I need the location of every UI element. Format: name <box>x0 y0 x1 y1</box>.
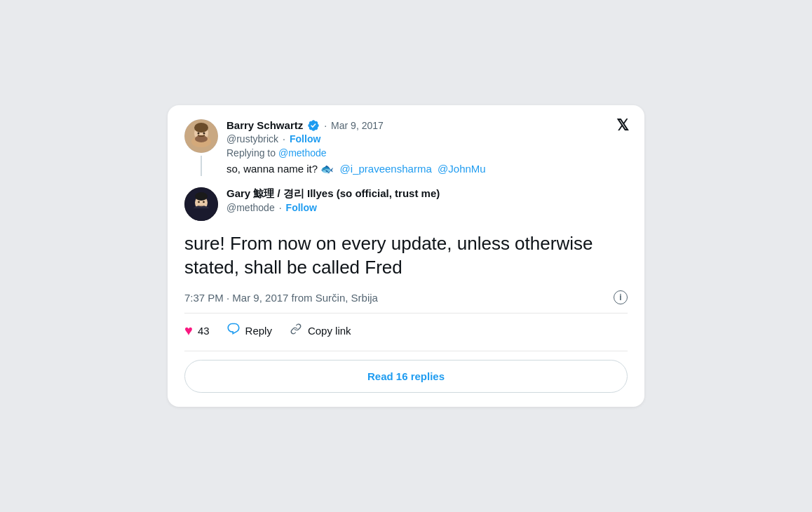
gary-follow-button[interactable]: Follow <box>286 202 317 213</box>
svg-point-12 <box>198 201 200 203</box>
barry-tweet-content: Barry Schwartz · Mar 9, 2017 @rustybrick… <box>226 119 628 176</box>
barry-verified-badge <box>307 119 320 132</box>
barry-tweet-date: Mar 9, 2017 <box>331 120 384 131</box>
gary-context: Gary 鯨理 / 경리 Illyes (so official, trust … <box>184 187 628 221</box>
copy-link-label: Copy link <box>308 325 351 337</box>
read-replies-button[interactable]: Read 16 replies <box>184 360 628 393</box>
svg-point-4 <box>194 123 208 133</box>
heart-icon: ♥ <box>184 323 193 339</box>
reply-label: Reply <box>245 325 272 337</box>
replying-to-handle[interactable]: @methode <box>278 147 327 159</box>
x-logo-icon[interactable]: 𝕏 <box>616 118 629 133</box>
barry-handle: @rustybrick <box>226 133 278 144</box>
svg-point-11 <box>195 192 208 201</box>
barry-follow-button[interactable]: Follow <box>290 133 320 144</box>
copy-link-action[interactable]: Copy link <box>289 322 351 339</box>
barry-avatar <box>184 119 218 153</box>
tweet-timestamp: 7:37 PM · Mar 9, 2017 from Surčin, Srbij… <box>184 292 378 304</box>
reply-context: Barry Schwartz · Mar 9, 2017 @rustybrick… <box>184 119 628 176</box>
info-icon[interactable]: i <box>614 290 628 304</box>
barry-display-name: Barry Schwartz <box>226 119 303 131</box>
timestamp-row: 7:37 PM · Mar 9, 2017 from Surčin, Srbij… <box>184 290 628 304</box>
actions-row: ♥ 43 Reply Copy link <box>184 322 628 339</box>
svg-rect-10 <box>192 208 210 221</box>
svg-point-5 <box>198 132 200 134</box>
like-count: 43 <box>198 325 210 337</box>
tweet-card: 𝕏 <box>168 105 644 407</box>
barry-handle-row: @rustybrick · Follow <box>226 133 628 144</box>
barry-tweet-header: Barry Schwartz · Mar 9, 2017 <box>226 119 628 132</box>
gary-tweet-content: Gary 鯨理 / 경리 Illyes (so official, trust … <box>226 187 628 221</box>
barry-tweet-text: so, wanna name it? 🐟 @i_praveensharma @J… <box>226 161 628 176</box>
main-tweet-text: sure! From now on every update, unless o… <box>184 232 628 280</box>
gary-display-name: Gary 鯨理 / 경리 Illyes (so official, trust … <box>226 187 440 201</box>
divider-top <box>184 313 628 314</box>
barry-replying-to: Replying to @methode <box>226 147 628 159</box>
barry-dot-sep: · <box>324 120 327 131</box>
mention-johnmu[interactable]: @JohnMu <box>438 163 486 175</box>
svg-point-13 <box>203 201 205 203</box>
mention-praveen[interactable]: @i_praveensharma <box>340 163 432 175</box>
thread-line <box>201 156 202 176</box>
gary-avatar <box>184 187 218 221</box>
like-action[interactable]: ♥ 43 <box>184 323 210 339</box>
divider-bottom <box>184 351 628 351</box>
gary-handle-row: @methode · Follow <box>226 202 628 213</box>
link-icon <box>289 322 303 339</box>
reply-action[interactable]: Reply <box>226 322 272 339</box>
barry-avatar-col <box>184 119 218 176</box>
reply-icon <box>226 322 241 339</box>
gary-handle: @methode <box>226 202 275 213</box>
svg-point-6 <box>203 132 205 134</box>
gary-tweet-header: Gary 鯨理 / 경리 Illyes (so official, trust … <box>226 187 628 201</box>
